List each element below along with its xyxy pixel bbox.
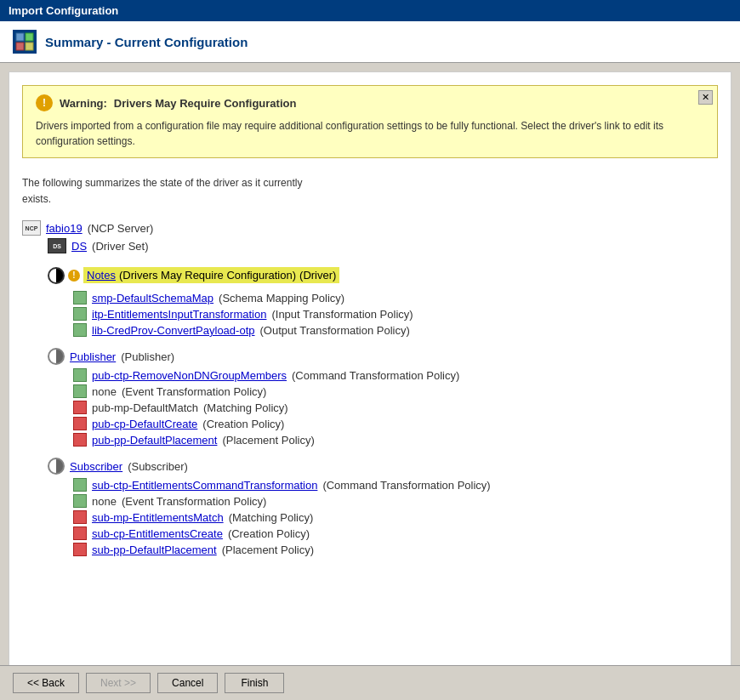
sub-policy-label-0: (Command Transformation Policy): [322, 479, 490, 492]
header-title: Summary - Current Configuration: [45, 35, 248, 49]
exclamation-icon: !: [68, 270, 80, 282]
sub-policy-4: sub-pp-DefaultPlacement (Placement Polic…: [73, 543, 718, 556]
notes-text2: (Driver): [299, 269, 336, 282]
schema-policy-icon-1: [73, 307, 87, 321]
warning-title: Warning:: [60, 97, 107, 110]
driver-policy-link-2[interactable]: lib-CredProv-ConvertPayload-otp: [92, 324, 254, 337]
pub-policy-none-1: none: [92, 385, 117, 398]
publisher-item: Publisher (Publisher): [48, 348, 718, 365]
sub-policy-icon-3: [73, 526, 87, 540]
pub-policy-2: pub-mp-DefaultMatch (Matching Policy): [73, 401, 718, 414]
driver-set-link[interactable]: DS: [71, 240, 87, 253]
driver-policy-2: lib-CredProv-ConvertPayload-otp (Output …: [73, 323, 718, 337]
header-area: Summary - Current Configuration: [0, 21, 740, 63]
pub-policy-link-4[interactable]: pub-pp-DefaultPlacement: [92, 434, 217, 447]
notes-highlight: Notes (Drivers May Require Configuration…: [83, 267, 339, 283]
svg-rect-3: [26, 43, 33, 50]
driver-policy-0: smp-DefaultSchemaMap (Schema Mapping Pol…: [73, 291, 718, 304]
summary-line1: The following summarizes the state of th…: [22, 177, 302, 189]
title-bar: Import Configuration: [0, 0, 740, 21]
svg-rect-2: [16, 43, 24, 50]
sub-policy-icon-0: [73, 478, 87, 492]
subscriber-item: Subscriber (Subscriber): [48, 458, 718, 475]
pub-policy-icon-3: [73, 417, 87, 430]
notes-text1: (Drivers May Require Configuration): [119, 269, 296, 282]
sub-policy-link-2[interactable]: sub-mp-EntitlementsMatch: [92, 511, 224, 524]
sub-policy-none-1: none: [92, 495, 117, 508]
sub-policy-icon-4: [73, 543, 87, 556]
driver-policy-label-2: (Output Transformation Policy): [259, 324, 409, 337]
sub-policy-2: sub-mp-EntitlementsMatch (Matching Polic…: [73, 510, 718, 524]
driver-policy-label-0: (Schema Mapping Policy): [219, 292, 344, 304]
pub-policy-icon-4: [73, 433, 87, 447]
sub-policy-icon-1: [73, 494, 87, 508]
driver-set-label: (Driver Set): [92, 240, 148, 253]
pub-policy-link-3[interactable]: pub-cp-DefaultCreate: [92, 418, 197, 430]
warning-close-button[interactable]: ✕: [698, 90, 713, 105]
driver-policy-link-0[interactable]: smp-DefaultSchemaMap: [92, 292, 213, 304]
svg-rect-0: [16, 33, 24, 41]
driver-policy-1: itp-EntitlementsInputTransformation (Inp…: [73, 307, 718, 321]
pub-policy-label-3: (Creation Policy): [202, 418, 284, 430]
next-button[interactable]: Next >>: [86, 673, 151, 693]
pub-policy-label-1: (Event Transformation Policy): [122, 385, 267, 398]
sub-policy-label-3: (Creation Policy): [228, 527, 310, 540]
warning-header: ! Warning: Drivers May Require Configura…: [36, 94, 704, 111]
pub-policy-3: pub-cp-DefaultCreate (Creation Policy): [73, 417, 718, 430]
summary-line2: exists.: [22, 193, 51, 205]
publisher-label: (Publisher): [121, 350, 174, 363]
sub-policy-0: sub-ctp-EntitlementsCommandTransformatio…: [73, 478, 718, 492]
sub-policy-label-1: (Event Transformation Policy): [122, 495, 267, 508]
ncp-server-icon: NCP: [22, 220, 41, 236]
pub-policy-1: none (Event Transformation Policy): [73, 384, 718, 398]
finish-button[interactable]: Finish: [225, 673, 284, 693]
ncp-server-item: NCP fabio19 (NCP Server): [22, 220, 718, 236]
sub-policy-link-0[interactable]: sub-ctp-EntitlementsCommandTransformatio…: [92, 479, 317, 492]
sub-policy-link-3[interactable]: sub-cp-EntitlementsCreate: [92, 527, 223, 540]
driver-policy-link-1[interactable]: itp-EntitlementsInputTransformation: [92, 308, 266, 321]
pub-policy-0: pub-ctp-RemoveNonDNGroupMembers (Command…: [73, 368, 718, 382]
publisher-icon: [48, 348, 65, 365]
pub-policy-label-0: (Command Transformation Policy): [292, 369, 459, 382]
notes-link[interactable]: Notes: [87, 269, 116, 282]
back-button[interactable]: << Back: [13, 673, 79, 693]
pub-policy-name-2: pub-mp-DefaultMatch: [92, 401, 198, 414]
pub-policy-icon-0: [73, 368, 87, 382]
schema-policy-icon-2: [73, 323, 87, 337]
title-bar-label: Import Configuration: [9, 4, 118, 17]
warning-heading: Drivers May Require Configuration: [114, 97, 297, 110]
driver-set-item: DS DS (Driver Set): [48, 238, 718, 253]
pub-policy-label-4: (Placement Policy): [222, 434, 314, 447]
subscriber-link[interactable]: Subscriber: [70, 460, 122, 473]
sub-policy-1: none (Event Transformation Policy): [73, 494, 718, 508]
sub-policy-label-4: (Placement Policy): [222, 543, 314, 556]
header-icon: [13, 30, 37, 54]
subscriber-icon: [48, 458, 65, 475]
driver-yin-yang-icon: [48, 267, 65, 284]
pub-policy-icon-1: [73, 384, 87, 398]
notes-row: ! Notes (Drivers May Require Configurati…: [48, 263, 718, 287]
sub-policy-icon-2: [73, 510, 87, 524]
cancel-button[interactable]: Cancel: [157, 673, 218, 693]
pub-policy-link-0[interactable]: pub-ctp-RemoveNonDNGroupMembers: [92, 369, 287, 382]
pub-policy-label-2: (Matching Policy): [203, 401, 288, 414]
sub-policy-label-2: (Matching Policy): [229, 511, 314, 524]
summary-text: The following summarizes the state of th…: [22, 175, 718, 208]
sub-policy-link-4[interactable]: sub-pp-DefaultPlacement: [92, 543, 217, 556]
warning-icon: !: [36, 94, 53, 111]
publisher-link[interactable]: Publisher: [70, 350, 116, 363]
pub-policy-icon-2: [73, 401, 87, 414]
schema-policy-icon-0: [73, 291, 87, 304]
button-bar: << Back Next >> Cancel Finish: [0, 665, 740, 700]
sub-policy-3: sub-cp-EntitlementsCreate (Creation Poli…: [73, 526, 718, 540]
pub-policy-4: pub-pp-DefaultPlacement (Placement Polic…: [73, 433, 718, 447]
warning-box: ✕ ! Warning: Drivers May Require Configu…: [22, 85, 718, 158]
warning-body: Drivers imported from a configuration fi…: [36, 118, 704, 149]
ncp-server-label: (NCP Server): [88, 222, 154, 235]
ncp-server-link[interactable]: fabio19: [46, 222, 83, 235]
subscriber-label: (Subscriber): [128, 460, 188, 473]
driver-set-icon: DS: [48, 238, 66, 253]
main-content: ✕ ! Warning: Drivers May Require Configu…: [9, 71, 731, 667]
driver-policy-label-1: (Input Transformation Policy): [271, 308, 413, 321]
svg-rect-1: [26, 33, 33, 41]
